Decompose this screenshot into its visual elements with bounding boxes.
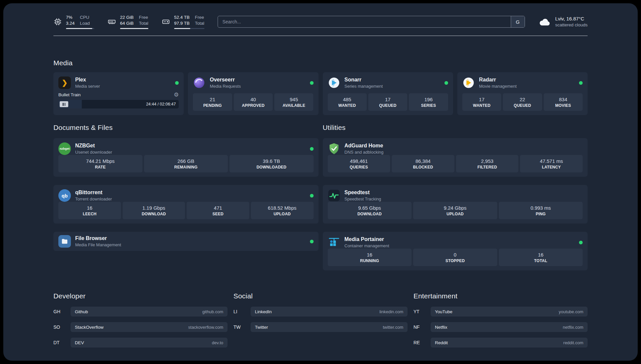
app-card-plex[interactable]: ❯ Plex Media server Bullet Train ⚙ 24:44… [53, 72, 184, 115]
app-name: AdGuard Home [345, 142, 384, 149]
app-card-qbittorrent[interactable]: qb qBittorrent Torrent downloader 16 LEE… [53, 185, 319, 224]
app-name: File Browser [75, 235, 121, 242]
bookmark-name: Netflix [435, 325, 447, 330]
stat-label: UPLOAD [252, 212, 312, 217]
status-dot [310, 194, 314, 197]
stat-value: 0 [414, 252, 496, 258]
stat-label: TOTAL [500, 258, 582, 263]
weather-location: Lviv, 16.87°C [555, 15, 588, 22]
app-name: NZBGet [75, 142, 112, 149]
bookmark-abbr: LI [233, 309, 251, 314]
stat-label: PENDING [194, 103, 230, 108]
bookmark-link-netflix[interactable]: Netflix netflix.com [431, 322, 588, 332]
section-title-developer: Developer [53, 292, 228, 300]
stat-tile: 196 SERIES [409, 93, 448, 111]
bookmark-link-reddit[interactable]: Reddit reddit.com [431, 338, 588, 348]
stat-label: SERIES [410, 103, 446, 108]
bookmark-link-stackoverflow[interactable]: StackOverflow stackoverflow.com [71, 322, 228, 332]
stat-tile: 39.6 TB DOWNLOADED [229, 155, 314, 172]
header-divider [53, 36, 588, 36]
app-card-nzbget[interactable]: nzbget NZBGet Usenet downloader 744.21 M… [53, 138, 319, 177]
app-card-overseerr[interactable]: Overseerr Media Requests 21 PENDING 40 A… [188, 72, 318, 115]
bookmark-group-social: Social LI LinkedIn linkedin.com TW Twitt… [233, 292, 408, 353]
section-title-documents: Documents & Files [53, 124, 319, 132]
stat-tile: 9.24 Gbps UPLOAD [413, 202, 497, 219]
bookmark-name: YouTube [435, 309, 452, 314]
radarr-icon [462, 76, 475, 89]
stat-label: REMAINING [145, 165, 227, 170]
bookmark-link-twitter[interactable]: Twitter twitter.com [251, 322, 408, 332]
bookmark-url: stackoverflow.com [188, 325, 223, 330]
search-input[interactable] [218, 16, 511, 27]
plex-icon: ❯ [58, 76, 71, 89]
stat-label: WANTED [464, 103, 500, 108]
stat-value: 498,461 [329, 158, 389, 164]
app-card-sonarr[interactable]: Sonarr Series management 485 WANTED 17 Q… [323, 72, 453, 115]
stat-value: 16 [60, 205, 120, 211]
search-engine-button[interactable]: G [511, 16, 525, 27]
app-name: Plex [75, 76, 100, 83]
stat-label: DOWNLOAD [329, 212, 411, 217]
stat-value: 196 [410, 96, 446, 103]
stat-value: 86,384 [393, 158, 453, 164]
app-name: Speedtest [345, 189, 381, 196]
stat-value: 9.24 Gbps [414, 205, 496, 211]
cloud-icon [538, 16, 551, 27]
app-subtitle: Usenet downloader [75, 149, 112, 155]
stat-value: 17 [370, 96, 406, 103]
playback-progress-bar[interactable]: 24:44 / 02:06:47 [58, 100, 179, 108]
stat-tile: 86,384 BLOCKED [392, 155, 454, 172]
cpu-load-value: 3.24 [66, 20, 75, 26]
stat-label: LATENCY [521, 165, 581, 170]
bookmark-url: github.com [202, 309, 223, 314]
bookmark-abbr: SO [53, 324, 71, 330]
stat-value: 2,953 [457, 158, 517, 164]
weather-condition: scattered clouds [555, 22, 588, 28]
stat-value: 16 [500, 252, 582, 258]
app-card-speedtest[interactable]: Speedtest Speedtest Tracking 9.65 Gbps D… [323, 185, 588, 224]
pause-button[interactable] [60, 101, 68, 107]
settings-gear-icon[interactable]: ⚙ [174, 92, 179, 98]
cpu-usage-bar [66, 28, 94, 29]
disk-drive-icon [162, 17, 170, 26]
app-card-radarr[interactable]: Radarr Movie management 17 WANTED 22 QUE… [457, 72, 588, 115]
stat-value: 16 [329, 252, 411, 258]
ram-icon [107, 17, 116, 26]
app-card-portainer[interactable]: Media Portainer Container management 16 … [323, 232, 588, 270]
bookmark-abbr: DT [53, 340, 71, 345]
now-playing-title: Bullet Train [58, 92, 81, 97]
stat-value: 834 [545, 96, 581, 103]
app-subtitle: Media Requests [210, 83, 241, 89]
overseerr-icon [193, 76, 205, 89]
bookmark-link-youtube[interactable]: YouTube youtube.com [431, 307, 588, 317]
disk-total-value: 97.9 TB [174, 20, 190, 26]
app-name: qBittorrent [75, 189, 112, 196]
stat-tile: 16 LEECH [58, 202, 121, 219]
section-utilities: Utilities AdGuard Home [323, 124, 588, 270]
app-name: Overseerr [210, 76, 241, 83]
stat-value: 618.52 Mbps [252, 205, 312, 211]
stat-value: 0.993 ms [500, 205, 582, 211]
bookmark-abbr: TW [233, 324, 251, 330]
status-dot [579, 241, 583, 244]
app-subtitle: Container management [345, 243, 389, 249]
disk-usage-bar [174, 28, 204, 29]
bookmark-abbr: GH [53, 309, 71, 314]
bookmark-group-developer: Developer GH Github github.com SO StackO… [53, 292, 228, 353]
app-card-adguard[interactable]: AdGuard Home DNS and adblocking 498,461 … [323, 138, 588, 177]
status-dot [444, 81, 448, 85]
section-title-utilities: Utilities [323, 124, 588, 132]
status-dot [310, 147, 314, 151]
top-bar: 7% 3.24 CPU Load [53, 15, 588, 29]
bookmark-link-linkedin[interactable]: LinkedIn linkedin.com [251, 307, 408, 317]
app-card-filebrowser[interactable]: File Browser Media File Management [53, 232, 319, 251]
stat-label: DOWNLOADED [231, 165, 312, 170]
bookmark-link-dev[interactable]: DEV dev.to [71, 338, 228, 348]
status-dot [310, 81, 314, 85]
bookmark-link-github[interactable]: Github github.com [71, 307, 228, 317]
memory-total-label: Total [139, 20, 148, 26]
stat-tile: 21 PENDING [193, 93, 232, 111]
memory-usage-bar [120, 28, 148, 29]
status-dot [579, 81, 583, 85]
bookmark-row: LI LinkedIn linkedin.com [233, 307, 408, 317]
